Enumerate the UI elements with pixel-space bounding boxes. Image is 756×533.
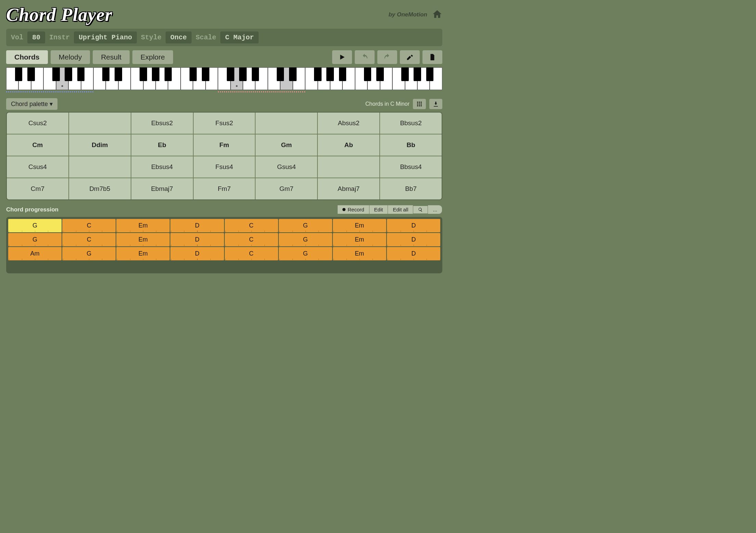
chord-cell[interactable]: Ebmaj7 [131, 178, 193, 199]
black-key[interactable] [414, 67, 421, 81]
progression-empty-row[interactable] [8, 261, 440, 271]
chord-cell[interactable]: Ab [318, 134, 379, 156]
black-key[interactable] [339, 67, 347, 81]
progression-cell[interactable]: C [62, 219, 116, 232]
progression-cell[interactable]: Em [333, 247, 386, 260]
search-progression-button[interactable] [413, 206, 428, 214]
chord-cell[interactable]: Fm [194, 134, 255, 156]
progression-cell[interactable]: D [170, 219, 224, 232]
chord-cell[interactable]: Csus4 [7, 156, 68, 178]
progression-cell[interactable]: D [387, 219, 440, 232]
black-key[interactable] [252, 67, 259, 81]
chord-cell[interactable]: Bbsus4 [380, 156, 442, 178]
black-key[interactable] [289, 67, 297, 81]
black-key[interactable] [364, 67, 372, 81]
chord-cell[interactable]: Gm [256, 134, 317, 156]
progression-cell[interactable]: D [387, 233, 440, 246]
black-key[interactable] [52, 67, 60, 81]
chord-cell-empty [69, 113, 131, 134]
chord-cell[interactable]: Gm7 [256, 178, 317, 199]
black-key[interactable] [314, 67, 322, 81]
progression-cell[interactable]: C [225, 233, 278, 246]
progression-cell[interactable]: D [170, 233, 224, 246]
instr-value[interactable]: Upright Piano [74, 31, 137, 43]
progression-cell[interactable]: Em [116, 219, 170, 232]
black-key[interactable] [152, 67, 159, 81]
progression-cell[interactable]: Am [8, 247, 62, 260]
progression-cell[interactable]: G [8, 233, 62, 246]
chord-cell[interactable]: Ebsus2 [131, 113, 193, 134]
progression-cell[interactable]: G [279, 233, 332, 246]
file-button[interactable] [422, 50, 442, 64]
download-button[interactable] [429, 99, 442, 109]
undo-button[interactable] [355, 50, 375, 64]
black-key[interactable] [65, 67, 72, 81]
chord-cell[interactable]: Dm7b5 [69, 178, 131, 199]
progression-cell[interactable]: Em [333, 233, 386, 246]
style-label: Style [141, 34, 161, 41]
progression-cell[interactable]: G [62, 247, 116, 260]
home-icon[interactable] [432, 9, 442, 21]
chord-cell[interactable]: Cm [7, 134, 68, 156]
black-key[interactable] [401, 67, 409, 81]
play-button[interactable] [332, 50, 352, 64]
chord-cell[interactable]: Eb [131, 134, 193, 156]
chord-cell[interactable]: Bb7 [380, 178, 442, 199]
chord-cell[interactable]: Csus2 [7, 113, 68, 134]
chord-cell[interactable]: Absus2 [318, 113, 379, 134]
edit-button[interactable]: Edit [369, 205, 388, 214]
edit-all-button[interactable]: Edit all [388, 205, 413, 214]
progression-cell[interactable]: G [8, 219, 62, 232]
settings-button[interactable] [400, 50, 420, 64]
more-button[interactable]: ... [428, 205, 442, 214]
progression-cell[interactable]: Em [116, 247, 170, 260]
black-key[interactable] [165, 67, 172, 81]
progression-cell[interactable]: D [170, 247, 224, 260]
black-key[interactable] [77, 67, 85, 81]
scale-value[interactable]: C Major [220, 31, 259, 43]
chord-cell[interactable]: Ebsus4 [131, 156, 193, 178]
chord-palette-dropdown[interactable]: Chord palette ▾ [6, 98, 57, 110]
progression-cell[interactable]: Em [116, 233, 170, 246]
black-key[interactable] [190, 67, 197, 81]
chord-cell[interactable]: Ddim [69, 134, 131, 156]
black-key[interactable] [15, 67, 23, 81]
progression-cell[interactable]: Em [333, 219, 386, 232]
progression-cell[interactable]: C [225, 219, 278, 232]
tab-melody[interactable]: Melody [51, 50, 90, 64]
black-key[interactable] [102, 67, 110, 81]
instr-label: Instr [49, 34, 70, 41]
black-key[interactable] [326, 67, 334, 81]
grid-view-button[interactable] [413, 99, 426, 109]
black-key[interactable] [239, 67, 247, 81]
chord-cell[interactable]: Fm7 [194, 178, 255, 199]
tab-explore[interactable]: Explore [132, 50, 173, 64]
record-button[interactable]: Record [338, 205, 369, 214]
black-key[interactable] [277, 67, 284, 81]
chord-cell[interactable]: Fsus2 [194, 113, 255, 134]
progression-cell[interactable]: D [387, 247, 440, 260]
style-value[interactable]: Once [166, 31, 192, 43]
black-key[interactable] [202, 67, 209, 81]
redo-button[interactable] [377, 50, 397, 64]
chord-cell[interactable]: Fsus4 [194, 156, 255, 178]
black-key[interactable] [426, 67, 434, 81]
tab-result[interactable]: Result [93, 50, 130, 64]
chord-cell[interactable]: Gsus4 [256, 156, 317, 178]
chord-cell[interactable]: Cm7 [7, 178, 68, 199]
chord-cell[interactable]: Bb [380, 134, 442, 156]
progression-cell[interactable]: G [279, 219, 332, 232]
progression-cell[interactable]: C [62, 233, 116, 246]
piano-keyboard[interactable] [6, 67, 442, 90]
chord-cell[interactable]: Bbsus2 [380, 113, 442, 134]
chord-cell[interactable]: Abmaj7 [318, 178, 379, 199]
progression-cell[interactable]: C [225, 247, 278, 260]
black-key[interactable] [376, 67, 384, 81]
black-key[interactable] [115, 67, 122, 81]
black-key[interactable] [140, 67, 147, 81]
black-key[interactable] [27, 67, 35, 81]
progression-cell[interactable]: G [279, 247, 332, 260]
black-key[interactable] [227, 67, 234, 81]
vol-value[interactable]: 80 [27, 31, 45, 43]
tab-chords[interactable]: Chords [6, 50, 48, 64]
